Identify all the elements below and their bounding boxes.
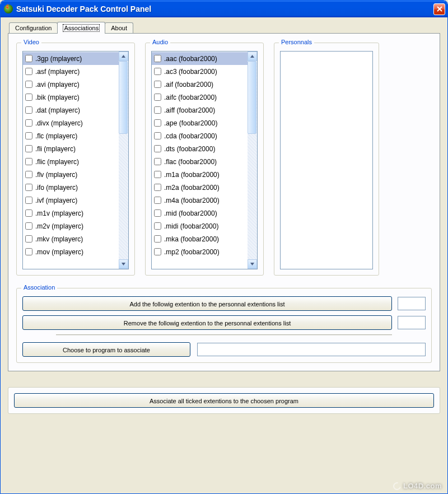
list-item-checkbox[interactable] xyxy=(154,132,161,139)
list-item-checkbox[interactable] xyxy=(154,184,161,191)
list-item[interactable]: .m2a (foobar2000) xyxy=(152,181,248,194)
list-item-checkbox[interactable] xyxy=(154,81,161,88)
list-item[interactable]: .bik (mplayerc) xyxy=(23,91,119,104)
remove-extension-button[interactable]: Remove the followig extention to the per… xyxy=(22,315,392,330)
list-item[interactable]: .flv (mplayerc) xyxy=(23,168,119,181)
scroll-thumb[interactable] xyxy=(248,61,256,134)
choose-program-button[interactable]: Choose to program to associate xyxy=(22,342,190,357)
list-item[interactable]: .mkv (mplayerc) xyxy=(23,232,119,245)
list-item-checkbox[interactable] xyxy=(25,132,32,139)
list-item[interactable]: .asf (mplayerc) xyxy=(23,65,119,78)
list-item-checkbox[interactable] xyxy=(154,158,161,165)
list-item[interactable]: .ape (foobar2000) xyxy=(152,116,248,129)
list-item[interactable]: .fli (mplayerc) xyxy=(23,142,119,155)
audio-scrollbar[interactable] xyxy=(248,52,257,269)
list-item-label: .ape (foobar2000) xyxy=(164,119,217,127)
list-item[interactable]: .aac (foobar2000) xyxy=(152,52,248,65)
video-list: .3gp (mplayerc).asf (mplayerc).avi (mpla… xyxy=(23,52,119,269)
list-item-checkbox[interactable] xyxy=(25,222,32,230)
list-item-checkbox[interactable] xyxy=(154,248,161,255)
list-item-checkbox[interactable] xyxy=(154,171,161,178)
list-item[interactable]: .aifc (foobar2000) xyxy=(152,91,248,104)
list-item[interactable]: .ifo (mplayerc) xyxy=(23,181,119,194)
add-extension-row: Add the followig extention to the person… xyxy=(22,296,426,311)
list-item-label: .flv (mplayerc) xyxy=(35,171,77,179)
list-item[interactable]: .dat (mplayerc) xyxy=(23,104,119,116)
list-item-checkbox[interactable] xyxy=(25,119,32,127)
scroll-up-button[interactable] xyxy=(119,52,128,61)
list-item-checkbox[interactable] xyxy=(25,106,32,114)
remove-extension-input[interactable] xyxy=(398,316,426,329)
list-item-checkbox[interactable] xyxy=(25,171,32,178)
list-item-checkbox[interactable] xyxy=(154,94,161,101)
personnals-group: Personnals xyxy=(274,43,379,276)
app-icon xyxy=(4,4,13,13)
add-extension-button[interactable]: Add the followig extention to the person… xyxy=(22,296,392,311)
scroll-down-button[interactable] xyxy=(248,259,257,269)
scroll-down-button[interactable] xyxy=(119,259,128,269)
scroll-up-button[interactable] xyxy=(248,52,257,61)
list-item-checkbox[interactable] xyxy=(25,68,32,75)
list-item[interactable]: .aif (foobar2000) xyxy=(152,78,248,91)
list-item[interactable]: .mka (foobar2000) xyxy=(152,232,248,245)
list-item[interactable]: .3gp (mplayerc) xyxy=(23,52,119,65)
list-item-checkbox[interactable] xyxy=(154,106,161,114)
titlebar: Satsuki Decoder Pack Control Panel xyxy=(1,1,447,17)
list-item[interactable]: .aiff (foobar2000) xyxy=(152,104,248,116)
list-item-checkbox[interactable] xyxy=(154,209,161,217)
list-item-checkbox[interactable] xyxy=(25,145,32,152)
list-item-label: .dat (mplayerc) xyxy=(35,106,80,114)
scroll-track[interactable] xyxy=(119,61,128,259)
list-item[interactable]: .m2v (mplayerc) xyxy=(23,220,119,232)
list-item-checkbox[interactable] xyxy=(25,158,32,165)
list-item-checkbox[interactable] xyxy=(154,197,161,204)
list-item-checkbox[interactable] xyxy=(154,145,161,152)
list-item-label: .aac (foobar2000) xyxy=(164,55,217,63)
list-item[interactable]: .flic (mplayerc) xyxy=(23,155,119,168)
list-item-checkbox[interactable] xyxy=(25,81,32,88)
list-item[interactable]: .dts (foobar2000) xyxy=(152,142,248,155)
list-item[interactable]: .mid (foobar2000) xyxy=(152,207,248,220)
close-button[interactable] xyxy=(433,3,445,15)
scroll-track[interactable] xyxy=(248,61,257,259)
list-item[interactable]: .divx (mplayerc) xyxy=(23,116,119,129)
list-item-checkbox[interactable] xyxy=(154,68,161,75)
list-item-checkbox[interactable] xyxy=(25,184,32,191)
add-extension-input[interactable] xyxy=(398,297,426,310)
list-item[interactable]: .ac3 (foobar2000) xyxy=(152,65,248,78)
tab-associations[interactable]: Associations xyxy=(57,22,105,34)
scroll-thumb[interactable] xyxy=(119,61,128,134)
associate-all-button[interactable]: Associate all ticked extentions to the c… xyxy=(14,393,434,408)
list-item[interactable]: .mov (mplayerc) xyxy=(23,245,119,258)
list-item-checkbox[interactable] xyxy=(25,197,32,204)
list-item-checkbox[interactable] xyxy=(25,209,32,217)
list-item-checkbox[interactable] xyxy=(25,235,32,243)
list-item[interactable]: .mp2 (foobar2000) xyxy=(152,245,248,258)
list-item[interactable]: .avi (mplayerc) xyxy=(23,78,119,91)
list-item-checkbox[interactable] xyxy=(154,119,161,127)
list-item-checkbox[interactable] xyxy=(25,248,32,255)
list-item-checkbox[interactable] xyxy=(25,55,32,62)
list-item[interactable]: .ivf (mplayerc) xyxy=(23,194,119,207)
chevron-up-icon xyxy=(122,55,125,58)
list-item-checkbox[interactable] xyxy=(154,235,161,243)
list-item[interactable]: .m1v (mplayerc) xyxy=(23,207,119,220)
list-item[interactable]: .flc (mplayerc) xyxy=(23,129,119,142)
list-item-label: .m4a (foobar2000) xyxy=(164,197,220,204)
list-item-checkbox[interactable] xyxy=(25,94,32,101)
tab-about[interactable]: About xyxy=(105,22,133,33)
audio-listbox[interactable]: .aac (foobar2000).ac3 (foobar2000).aif (… xyxy=(151,51,258,269)
list-item-checkbox[interactable] xyxy=(154,55,161,62)
list-item[interactable]: .midi (foobar2000) xyxy=(152,220,248,232)
list-item[interactable]: .m4a (foobar2000) xyxy=(152,194,248,207)
list-item[interactable]: .cda (foobar2000) xyxy=(152,129,248,142)
video-scrollbar[interactable] xyxy=(119,52,128,269)
list-item[interactable]: .m1a (foobar2000) xyxy=(152,168,248,181)
list-item-checkbox[interactable] xyxy=(154,222,161,230)
program-path-input[interactable] xyxy=(197,343,426,356)
video-listbox[interactable]: .3gp (mplayerc).asf (mplayerc).avi (mpla… xyxy=(22,51,129,269)
list-item[interactable]: .flac (foobar2000) xyxy=(152,155,248,168)
list-item-label: .dts (foobar2000) xyxy=(164,145,215,153)
personnals-listbox[interactable] xyxy=(280,51,373,269)
tab-configuration[interactable]: Configuration xyxy=(9,22,58,33)
